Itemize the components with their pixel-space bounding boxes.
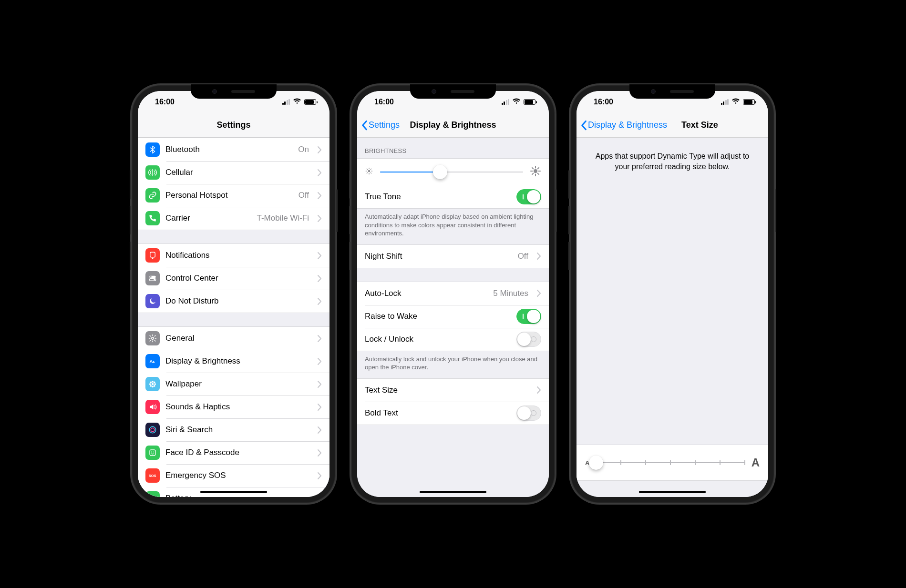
- night-shift-row[interactable]: Night Shift Off: [357, 245, 549, 268]
- chevron-right-icon: [537, 386, 541, 394]
- lock-unlock-toggle[interactable]: [516, 332, 541, 347]
- chevron-right-icon: [318, 252, 322, 259]
- svg-line-43: [532, 173, 534, 175]
- svg-point-27: [368, 170, 371, 172]
- nav-bar: Display & Brightness Text Size: [577, 113, 768, 138]
- sounds-icon: [145, 400, 160, 414]
- cellular-signal-icon: [721, 99, 729, 105]
- notch: [629, 84, 715, 99]
- cellular-signal-icon: [282, 99, 290, 105]
- row-label: Notifications: [165, 251, 309, 260]
- chevron-right-icon: [318, 169, 322, 176]
- settings-row-hotspot[interactable]: Personal HotspotOff: [138, 184, 329, 207]
- settings-row-dnd[interactable]: Do Not Disturb: [138, 290, 329, 313]
- settings-row-display[interactable]: AADisplay & Brightness: [138, 350, 329, 373]
- wallpaper-icon: [145, 377, 160, 391]
- lock-unlock-row: Lock / Unlock: [357, 328, 549, 351]
- svg-point-15: [154, 381, 155, 383]
- wifi-icon: [731, 98, 740, 106]
- settings-row-faceid[interactable]: Face ID & Passcode: [138, 441, 329, 464]
- row-label: Sounds & Haptics: [165, 402, 309, 412]
- svg-point-17: [154, 385, 155, 387]
- lock-unlock-note: Automatically lock and unlock your iPhon…: [357, 351, 549, 378]
- svg-text:SOS: SOS: [149, 474, 156, 478]
- svg-point-22: [153, 452, 154, 453]
- settings-list[interactable]: BluetoothOnCellularPersonal HotspotOffCa…: [138, 138, 329, 497]
- bold-text-label: Bold Text: [365, 408, 511, 418]
- phone-display-brightness: 16:00 Settings Display & Brightness BRIG…: [350, 84, 556, 504]
- hotspot-icon: [145, 188, 160, 203]
- wifi-icon: [293, 98, 301, 106]
- row-label: Face ID & Passcode: [165, 448, 309, 457]
- home-indicator[interactable]: [200, 491, 267, 493]
- settings-row-bluetooth[interactable]: BluetoothOn: [138, 138, 329, 161]
- chevron-right-icon: [318, 298, 322, 305]
- chevron-right-icon: [318, 381, 322, 388]
- settings-row-cellular[interactable]: Cellular: [138, 161, 329, 184]
- auto-lock-value: 5 Minutes: [493, 289, 528, 298]
- back-button[interactable]: Display & Brightness: [580, 120, 667, 131]
- svg-line-33: [371, 172, 371, 173]
- row-value: On: [298, 145, 309, 154]
- page-title: Settings: [143, 120, 325, 130]
- raise-to-wake-toggle[interactable]: [516, 309, 541, 324]
- text-size-slider[interactable]: [596, 456, 744, 469]
- settings-row-sos[interactable]: SOSEmergency SOS: [138, 464, 329, 487]
- text-size-row[interactable]: Text Size: [357, 379, 549, 402]
- chevron-right-icon: [318, 215, 322, 222]
- chevron-right-icon: [537, 290, 541, 297]
- back-button[interactable]: Settings: [361, 120, 400, 131]
- home-indicator[interactable]: [420, 491, 486, 493]
- settings-row-carrier[interactable]: CarrierT-Mobile Wi-Fi: [138, 207, 329, 230]
- svg-line-32: [367, 169, 368, 170]
- night-shift-label: Night Shift: [365, 252, 512, 261]
- svg-rect-20: [150, 450, 155, 456]
- auto-lock-row[interactable]: Auto-Lock 5 Minutes: [357, 282, 549, 305]
- notch: [410, 84, 496, 99]
- home-indicator[interactable]: [639, 491, 706, 493]
- true-tone-label: True Tone: [365, 192, 511, 202]
- chevron-right-icon: [318, 495, 322, 497]
- settings-row-siri[interactable]: Siri & Search: [138, 418, 329, 441]
- brightness-header: BRIGHTNESS: [357, 138, 549, 158]
- settings-row-notifications[interactable]: Notifications: [138, 244, 329, 267]
- row-value: T-Mobile Wi-Fi: [257, 213, 309, 223]
- svg-point-5: [154, 279, 155, 281]
- svg-point-16: [150, 385, 152, 387]
- status-time: 16:00: [374, 98, 394, 106]
- status-right: [282, 98, 317, 106]
- display-settings-content[interactable]: BRIGHTNESS True Tone Automatically adapt…: [357, 138, 549, 497]
- svg-line-34: [367, 172, 368, 173]
- brightness-high-icon: [530, 165, 541, 179]
- svg-line-41: [532, 168, 534, 169]
- settings-row-wallpaper[interactable]: Wallpaper: [138, 373, 329, 395]
- back-label: Settings: [369, 120, 400, 130]
- brightness-slider[interactable]: [380, 172, 523, 172]
- lock-unlock-label: Lock / Unlock: [365, 335, 511, 344]
- notifications-icon: [145, 248, 160, 263]
- svg-point-4: [150, 276, 152, 278]
- battery-icon: [743, 99, 755, 105]
- bold-text-row: Bold Text: [357, 402, 549, 425]
- settings-row-general[interactable]: General: [138, 327, 329, 350]
- true-tone-row: True Tone: [357, 185, 549, 208]
- status-time: 16:00: [594, 98, 613, 106]
- status-right: [502, 98, 536, 106]
- cellular-signal-icon: [502, 99, 510, 105]
- chevron-right-icon: [318, 426, 322, 434]
- bold-text-toggle[interactable]: [516, 406, 541, 421]
- settings-row-controlcenter[interactable]: Control Center: [138, 267, 329, 290]
- settings-row-sounds[interactable]: Sounds & Haptics: [138, 395, 329, 418]
- battery-icon: [145, 491, 160, 497]
- chevron-right-icon: [318, 404, 322, 411]
- row-label: Carrier: [165, 213, 251, 223]
- wifi-icon: [512, 98, 521, 106]
- cellular-icon: [145, 165, 160, 180]
- status-right: [721, 98, 755, 106]
- true-tone-note: Automatically adapt iPhone display based…: [357, 209, 549, 244]
- svg-point-1: [152, 258, 154, 259]
- chevron-right-icon: [318, 358, 322, 365]
- svg-line-35: [371, 169, 371, 170]
- true-tone-toggle[interactable]: [516, 189, 541, 204]
- brightness-slider-row: [357, 159, 549, 185]
